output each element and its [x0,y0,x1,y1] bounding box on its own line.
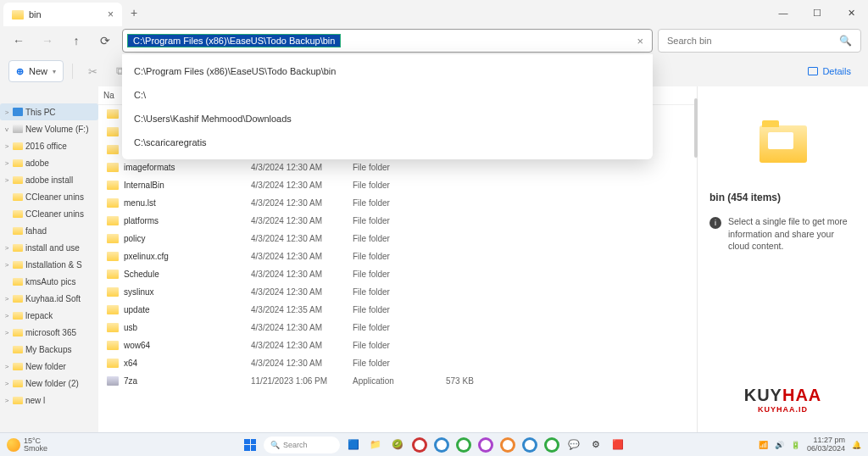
up-button[interactable]: ↑ [64,29,88,53]
search-box[interactable]: 🔍 [658,29,861,53]
sidebar-item[interactable]: >adobe install [0,171,98,188]
sidebar-item[interactable]: >New folder (2) [0,375,98,392]
maximize-button[interactable]: ☐ [800,0,834,25]
sidebar-item[interactable]: >Kuyhaa.id Soft [0,290,98,307]
forward-button[interactable]: → [36,29,59,53]
file-row[interactable]: menu.lst4/3/2024 12:30 AMFile folder [98,194,697,212]
file-row[interactable]: usb4/3/2024 12:30 AMFile folder [98,319,697,336]
folder-icon [107,323,119,332]
file-row[interactable]: 7za11/21/2023 1:06 PMApplication573 KB [98,372,697,390]
taskbar-app-icon[interactable]: ⚙ [587,437,604,453]
folder-icon [107,305,119,314]
file-row[interactable]: x644/3/2024 12:30 AMFile folder [98,354,697,372]
sidebar-item[interactable]: CCleaner unins [0,188,98,205]
address-suggestion[interactable]: C:\Program Files (x86)\EaseUS\Todo Backu… [122,59,653,83]
file-row[interactable]: InternalBin4/3/2024 12:30 AMFile folder [98,176,697,194]
chevron-icon: > [3,397,10,404]
address-bar[interactable]: C:\Program Files (x86)\EaseUS\Todo Backu… [122,29,653,53]
sidebar-item[interactable]: >Installation & S [0,256,98,273]
file-row[interactable]: imageformats4/3/2024 12:30 AMFile folder [98,158,697,176]
sidebar-item[interactable]: >install and use [0,239,98,256]
sidebar-item[interactable]: kmsAuto pics [0,273,98,290]
back-button[interactable]: ← [7,29,31,53]
system-tray[interactable]: 📶 🔊 🔋 11:27 pm 06/03/2024 🔔 [759,437,861,453]
taskbar-app-icon[interactable] [521,437,538,453]
folder-icon [107,109,119,119]
file-date: 4/3/2024 12:30 AM [251,163,353,172]
fold-icon [13,329,23,336]
sidebar-item[interactable]: >New folder [0,358,98,375]
sidebar-item[interactable]: >This PC [0,103,98,120]
folder-icon [107,181,119,190]
brand-watermark: KUYHAA KUYHAA.ID [744,386,822,414]
sidebar-item[interactable]: vNew Volume (F:) [0,120,98,137]
address-suggestion[interactable]: C:\ [122,83,653,107]
taskbar-app-icon[interactable]: 📁 [367,437,384,453]
taskbar-app-icon[interactable] [455,437,472,453]
minimize-button[interactable]: — [766,0,800,25]
sidebar-item-label: lrepack [25,311,53,320]
file-row[interactable]: Schedule4/3/2024 12:30 AMFile folder [98,265,697,283]
address-suggestions: C:\Program Files (x86)\EaseUS\Todo Backu… [122,54,653,159]
weather-widget[interactable]: 15°C Smoke [7,437,47,453]
taskbar-app-icon[interactable]: 🥝 [389,437,406,453]
window-tab[interactable]: bin × [3,3,122,26]
taskbar-app-icon[interactable] [433,437,450,453]
volume-icon[interactable]: 🔊 [775,441,784,449]
refresh-button[interactable]: ⟳ [93,29,117,53]
notifications-icon[interactable]: 🔔 [852,441,861,449]
new-button[interactable]: ⊕ New ▾ [8,60,64,82]
taskbar-app-icon[interactable] [543,437,560,453]
cut-icon[interactable]: ✂ [81,60,103,82]
wifi-icon[interactable]: 📶 [759,441,768,449]
sidebar-item[interactable]: >lrepack [0,307,98,324]
file-date: 4/3/2024 12:30 AM [251,270,353,279]
fold-icon [13,363,23,370]
clock[interactable]: 11:27 pm 06/03/2024 [807,437,845,453]
sidebar-item[interactable]: My Backups [0,341,98,358]
file-type: File folder [353,305,446,314]
file-type: File folder [353,216,446,225]
sidebar-item-label: microsoft 365 [25,328,76,337]
folder-icon [107,270,119,279]
start-button[interactable] [242,437,259,453]
sidebar-item[interactable]: >adobe [0,154,98,171]
file-name: syslinux [124,287,251,297]
sidebar-item[interactable]: CCleaner unins [0,205,98,222]
panel-scrollbar[interactable] [694,98,698,158]
close-button[interactable]: ✕ [834,0,868,25]
sidebar-item[interactable]: >new l [0,392,98,409]
taskbar-app-icon[interactable] [411,437,428,453]
file-row[interactable]: pxelinux.cfg4/3/2024 12:30 AMFile folder [98,247,697,265]
sidebar-item-label: Installation & S [25,260,82,270]
address-suggestion[interactable]: C:\Users\Kashif Mehmood\Downloads [122,107,653,131]
file-row[interactable]: syslinux4/3/2024 12:30 AMFile folder [98,283,697,301]
address-suggestion[interactable]: C:\scaricaregratis [122,131,653,154]
sidebar-item[interactable]: >microsoft 365 [0,324,98,341]
taskbar-app-icon[interactable]: 🟥 [609,437,626,453]
taskbar-app-icon[interactable]: 💬 [565,437,582,453]
address-text[interactable]: C:\Program Files (x86)\EaseUS\Todo Backu… [128,35,340,47]
sidebar-item[interactable]: >2016 office [0,137,98,154]
search-input[interactable] [667,36,839,46]
taskbar-search[interactable]: 🔍Search [264,437,340,453]
file-row[interactable]: wow644/3/2024 12:30 AMFile folder [98,336,697,354]
taskbar-app-icon[interactable] [477,437,494,453]
file-date: 11/21/2023 1:06 PM [251,376,353,386]
file-row[interactable]: update4/3/2024 12:35 AMFile folder [98,301,697,319]
details-toggle[interactable]: Details [808,66,851,76]
file-row[interactable]: policy4/3/2024 12:30 AMFile folder [98,230,697,247]
taskbar-app-icon[interactable] [499,437,516,453]
file-name: usb [124,323,251,332]
file-row[interactable]: platforms4/3/2024 12:30 AMFile folder [98,212,697,230]
separator [72,64,73,79]
new-tab-button[interactable]: + [131,6,137,19]
address-clear-icon[interactable]: × [633,35,647,47]
sidebar-item[interactable]: fahad [0,222,98,239]
tab-close-icon[interactable]: × [108,8,114,20]
fold-icon [13,295,23,303]
search-icon[interactable]: 🔍 [839,35,852,47]
battery-icon[interactable]: 🔋 [791,441,800,449]
taskbar-app-icon[interactable]: 🟦 [345,437,362,453]
brand-logo: KUYHAA [744,386,822,405]
